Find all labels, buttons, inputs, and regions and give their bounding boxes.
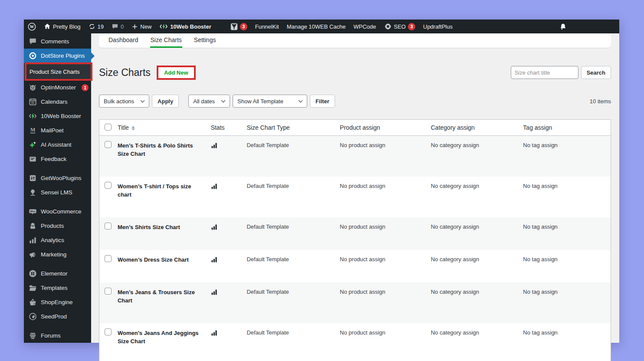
apply-button[interactable]: Apply <box>152 95 179 108</box>
funnelkit-link[interactable]: FunnelKit <box>251 20 283 33</box>
seo-badge: 3 <box>408 23 415 30</box>
row-type: Default Template <box>246 136 340 148</box>
row-type: Default Template <box>246 177 340 189</box>
bulk-actions-value: Bulk actions <box>104 98 134 105</box>
sidebar-item-marketing[interactable]: Marketing <box>24 247 91 262</box>
getwooplugins-icon <box>29 174 37 182</box>
new-content-button[interactable]: New <box>128 20 155 33</box>
sidebar-separator <box>24 200 91 204</box>
row-title-link[interactable]: Men’s Shirts Size Chart <box>118 224 180 230</box>
seedprod-icon <box>29 312 37 321</box>
row-category: No category assign <box>431 250 523 263</box>
sidebar-item-analytics[interactable]: Analytics <box>24 233 91 247</box>
seo-label: SEO <box>394 23 406 30</box>
stats-bar-chart-icon[interactable] <box>211 329 218 336</box>
stats-bar-chart-icon[interactable] <box>211 142 218 149</box>
row-type: Default Template <box>246 323 340 336</box>
sidebar-item-templates[interactable]: Templates <box>24 281 91 295</box>
yoast-notifications[interactable]: 3 <box>227 20 251 33</box>
sidebar-item-feedback[interactable]: Feedback <box>24 152 91 166</box>
site-name-label: Pretty Blog <box>53 23 81 30</box>
sidebar-item-forums[interactable]: Forums <box>24 328 91 343</box>
row-select-cell <box>99 250 118 263</box>
analytics-icon <box>29 236 37 244</box>
sidebar-item-sensei-lms[interactable]: Sensei LMS <box>24 185 91 200</box>
sidebar-submenu-product-size-charts[interactable]: Product Size Charts <box>24 63 91 80</box>
stats-bar-chart-icon[interactable] <box>211 256 218 263</box>
updates-icon <box>89 23 95 30</box>
wpcode-link[interactable]: WPCode <box>350 20 380 33</box>
row-checkbox[interactable] <box>105 223 112 230</box>
sidebar-item-dotstore-plugins[interactable]: DotStore Plugins <box>24 49 91 63</box>
notifications-bell[interactable] <box>555 20 571 33</box>
sidebar-separator <box>24 324 91 328</box>
add-new-button[interactable]: Add New <box>158 67 194 78</box>
row-checkbox[interactable] <box>105 182 112 189</box>
search-controls: Search <box>511 66 611 79</box>
title-header-label: Title <box>118 124 129 131</box>
sidebar-item-mailpoet[interactable]: MMailPoet <box>24 123 91 138</box>
list-table-controls: Bulk actions Apply All dates Show All Te… <box>99 95 611 108</box>
sidebar-item-label: Templates <box>41 285 68 291</box>
row-product: No product assign <box>340 323 431 336</box>
row-stats-cell <box>211 136 247 150</box>
updates-link[interactable]: 19 <box>85 20 108 33</box>
bulk-actions-select[interactable]: Bulk actions <box>99 95 149 108</box>
row-checkbox[interactable] <box>105 255 112 262</box>
sidebar-item-comments[interactable]: Comments <box>24 34 91 49</box>
chevron-down-icon <box>298 100 303 103</box>
sidebar-item-woocommerce[interactable]: WooWooCommerce <box>24 204 91 219</box>
search-button[interactable]: Search <box>581 66 611 79</box>
dates-filter-select[interactable]: All dates <box>188 95 230 108</box>
stats-bar-chart-icon[interactable] <box>211 289 218 295</box>
svg-text:31: 31 <box>31 101 35 104</box>
search-input[interactable] <box>511 66 578 79</box>
table-row: Men’s T-Shirts & Polo Shirts Size Chart … <box>99 136 611 177</box>
marketing-icon <box>29 250 37 259</box>
column-header-tag: Tag assign <box>523 124 611 131</box>
sidebar-item-label: DotStore Plugins <box>41 53 85 59</box>
column-header-title[interactable]: Title <box>118 124 211 131</box>
updraftplus-link[interactable]: UpdraftPlus <box>419 20 457 33</box>
tab-size-charts[interactable]: Size Charts <box>150 33 182 48</box>
filter-button[interactable]: Filter <box>310 95 335 108</box>
tab-dashboard[interactable]: Dashboard <box>108 33 139 48</box>
stats-bar-chart-icon[interactable] <box>211 223 218 230</box>
seo-menu[interactable]: SEO 3 <box>380 20 419 33</box>
plugin-tabs-bar: DashboardSize ChartsSettings <box>99 33 611 48</box>
sidebar-item-10web-booster[interactable]: 10Web Booster <box>24 109 91 123</box>
sidebar-item-ai-assistant[interactable]: AI Assistant <box>24 138 91 152</box>
10web-booster-link[interactable]: 10Web Booster <box>155 20 215 33</box>
tab-settings[interactable]: Settings <box>194 33 217 48</box>
column-header-category: Category assign <box>431 124 523 131</box>
site-name-link[interactable]: Pretty Blog <box>40 20 85 33</box>
sidebar-item-elementor[interactable]: Elementor <box>24 266 91 281</box>
sidebar-item-optinmonster[interactable]: OptinMonster1 <box>24 80 91 95</box>
row-title-link[interactable]: Men’s Jeans & Trousers Size Chart <box>118 289 195 304</box>
sidebar-item-calendars[interactable]: 31Calendars <box>24 95 91 109</box>
yoast-badge: 3 <box>240 23 247 30</box>
comments-link[interactable]: 0 <box>108 20 128 33</box>
wordpress-menu[interactable]: W <box>24 20 40 33</box>
sidebar-item-shopengine[interactable]: ShopEngine <box>24 295 91 309</box>
select-all-checkbox[interactable] <box>105 124 112 131</box>
comments-icon <box>29 37 37 46</box>
feedback-icon <box>29 155 37 163</box>
row-tag: No tag assign <box>523 136 611 148</box>
manage-10web-cache-link[interactable]: Manage 10WEB Cache <box>283 20 350 33</box>
template-filter-select[interactable]: Show All Template <box>233 95 307 108</box>
main-content: DashboardSize ChartsSettings Size Charts… <box>91 33 619 343</box>
row-checkbox[interactable] <box>105 288 112 295</box>
sidebar-item-seedprod[interactable]: SeedProd <box>24 309 91 324</box>
row-title-link[interactable]: Men’s T-Shirts & Polo Shirts Size Chart <box>118 142 193 157</box>
row-category: No category assign <box>431 282 523 295</box>
row-title-link[interactable]: Women’s Dress Size Chart <box>118 256 189 263</box>
row-checkbox[interactable] <box>105 141 112 148</box>
stats-bar-chart-icon[interactable] <box>211 183 218 190</box>
sidebar-item-getwooplugins[interactable]: GetWooPlugins <box>24 171 91 185</box>
row-title-link[interactable]: Women’s T-shirt / Tops size chart <box>118 183 191 198</box>
sidebar-item-products[interactable]: Products <box>24 219 91 233</box>
woocommerce-icon: Woo <box>29 207 37 216</box>
row-title-link[interactable]: Women’s Jeans And Jeggings Size Chart <box>118 330 199 345</box>
row-checkbox[interactable] <box>105 328 112 335</box>
